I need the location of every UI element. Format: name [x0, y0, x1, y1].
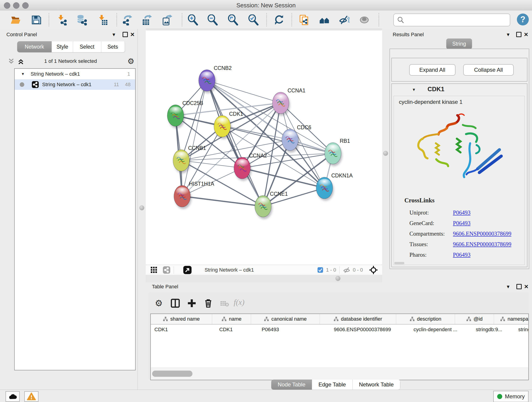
results-panel-close-icon[interactable]: ✕: [524, 32, 528, 38]
tab-edge-table[interactable]: Edge Table: [312, 380, 353, 390]
grid-view-icon[interactable]: [150, 266, 158, 274]
control-panel-menu-icon[interactable]: ▼: [112, 32, 116, 37]
tab-string[interactable]: String: [446, 38, 472, 49]
horizontal-splitter[interactable]: [146, 275, 382, 282]
network-node-CDC6[interactable]: CDC6: [282, 124, 311, 153]
fit-selected-crosshair-icon[interactable]: [369, 265, 378, 274]
save-session-icon[interactable]: [31, 14, 42, 26]
tab-sets[interactable]: Sets: [101, 41, 124, 52]
column-header-shared-name[interactable]: shared name: [151, 314, 212, 324]
control-panel-float-icon[interactable]: [123, 32, 128, 37]
results-hscroll-thumb[interactable]: [394, 262, 404, 264]
edge-CCNB2-CCNE1[interactable]: [207, 80, 263, 206]
network-canvas[interactable]: CCNB2CCNA1CDC25BCDK1CDC6RB1CCNB1CCNA2CDK…: [146, 31, 382, 265]
results-panel-float-icon[interactable]: [516, 32, 521, 37]
expand-all-button[interactable]: Expand All: [409, 64, 456, 76]
tab-style[interactable]: Style: [52, 41, 73, 52]
first-neighbors-icon[interactable]: [319, 14, 330, 26]
import-network-database-icon[interactable]: [76, 14, 87, 26]
network-row[interactable]: String Network – cdk1 11 48: [15, 79, 135, 90]
network-node-CCNB2[interactable]: CCNB2: [199, 65, 232, 93]
help-icon[interactable]: ?: [516, 13, 529, 26]
expand-all-icon[interactable]: [17, 57, 25, 65]
create-column-icon[interactable]: [187, 298, 196, 308]
show-all-icon[interactable]: [359, 14, 370, 26]
warnings-button[interactable]: [24, 391, 38, 402]
export-image-icon[interactable]: [161, 14, 172, 26]
zoom-selected-icon[interactable]: [248, 14, 259, 26]
cell-namespace[interactable]: stringdb: [515, 327, 529, 332]
table-row[interactable]: CDK1 CDK1 P06493 9606.ENSP00000378699 cy…: [151, 325, 528, 335]
cell-description[interactable]: cyclin-dependent ...: [410, 327, 472, 332]
cell-shared-name[interactable]: CDK1: [151, 327, 215, 332]
zoom-out-icon[interactable]: [207, 14, 218, 26]
left-splitter[interactable]: [138, 29, 146, 390]
tab-node-table[interactable]: Node Table: [271, 380, 312, 390]
crosslink-row: Tissues: 9606.ENSP00000378699: [409, 239, 519, 249]
cell-database-identifier[interactable]: 9606.ENSP00000378699: [330, 327, 410, 332]
tab-select[interactable]: Select: [73, 41, 101, 52]
network-collection-row[interactable]: ▼ String Network – cdk1 1: [15, 69, 135, 79]
crosslink-tissues-link[interactable]: 9606.ENSP00000378699: [453, 239, 511, 249]
zoom-in-icon[interactable]: [187, 14, 198, 26]
selected-checkbox-icon[interactable]: [317, 267, 323, 273]
network-panel-gear-icon[interactable]: ⚙: [127, 57, 134, 65]
table-panel-menu-icon[interactable]: ▼: [506, 284, 510, 289]
open-session-icon[interactable]: [10, 14, 21, 26]
cell-id[interactable]: stringdb:9...: [472, 327, 515, 332]
network-node-CCNE1[interactable]: CCNE1: [255, 191, 288, 219]
column-header-canonical-name[interactable]: canonical name: [251, 314, 320, 324]
network-node-RB1[interactable]: RB1: [325, 138, 350, 166]
table-gear-icon[interactable]: ⚙: [155, 299, 163, 307]
table-hscroll-thumb[interactable]: [152, 370, 192, 377]
network-node-HIST1H1A[interactable]: HIST1H1A: [174, 181, 215, 209]
edge-CCNB2-HIST1H1A[interactable]: [182, 80, 207, 196]
column-header-description[interactable]: description: [396, 314, 455, 324]
edge-HIST1H1A-CCNE1[interactable]: [182, 196, 263, 206]
control-panel-close-icon[interactable]: ✕: [130, 32, 135, 38]
left-splitter-knob[interactable]: [139, 205, 144, 211]
search-input[interactable]: [407, 15, 506, 24]
crosslink-genecard-link[interactable]: P06493: [453, 218, 470, 229]
edge-CDKN1A-CCNE1[interactable]: [263, 188, 324, 206]
birdseye-view-icon[interactable]: [183, 266, 192, 274]
cell-canonical-name[interactable]: P06493: [258, 327, 330, 332]
crosslink-uniprot-link[interactable]: P06493: [453, 207, 470, 218]
table-panel-close-icon[interactable]: ✕: [524, 283, 529, 290]
right-splitter-knob[interactable]: [383, 151, 388, 156]
network-node-CDKN1A[interactable]: CDKN1A: [316, 172, 353, 201]
export-table-icon[interactable]: [141, 14, 152, 26]
edge-CCNB2-CCNA1[interactable]: [207, 80, 281, 103]
collapse-all-icon[interactable]: [7, 57, 15, 65]
column-header-name[interactable]: name: [212, 314, 251, 324]
duplicate-network-icon[interactable]: [299, 14, 310, 26]
disclosure-triangle-icon[interactable]: ▼: [21, 72, 25, 76]
network-node-CCNA2[interactable]: CCNA2: [234, 153, 267, 181]
import-network-file-icon[interactable]: [56, 14, 67, 26]
network-node-CCNA1[interactable]: CCNA1: [272, 88, 305, 116]
column-header-database-identifier[interactable]: database identifier: [320, 314, 396, 324]
delete-column-icon[interactable]: [203, 298, 213, 308]
protein-disclosure-icon[interactable]: ▼: [412, 88, 416, 92]
hide-selection-icon[interactable]: [339, 14, 350, 26]
cell-name[interactable]: CDK1: [215, 327, 258, 332]
tab-network-table[interactable]: Network Table: [353, 380, 400, 390]
show-columns-icon[interactable]: [171, 298, 180, 308]
results-panel-menu-icon[interactable]: ▼: [506, 32, 510, 37]
zoom-fit-content-icon[interactable]: [228, 14, 239, 26]
collapse-all-button[interactable]: Collapse All: [463, 64, 514, 76]
export-network-icon[interactable]: [122, 14, 133, 26]
column-header-id[interactable]: @id: [455, 314, 494, 324]
table-hscrollbar[interactable]: [151, 368, 528, 380]
horizontal-splitter-knob[interactable]: [336, 276, 341, 281]
network-badge-gray-icon[interactable]: [163, 266, 171, 274]
tab-network[interactable]: Network: [17, 41, 52, 52]
memory-button[interactable]: Memory: [493, 391, 529, 402]
table-panel-float-icon[interactable]: [516, 284, 522, 289]
crosslink-compartments-link[interactable]: 9606.ENSP00000378699: [453, 229, 511, 239]
import-table-file-icon[interactable]: [97, 14, 108, 26]
apply-layout-icon[interactable]: [273, 14, 285, 26]
column-header-namespace[interactable]: namespace: [494, 314, 529, 324]
crosslink-pharos-link[interactable]: P06493: [453, 249, 470, 260]
cloud-button[interactable]: [6, 391, 20, 402]
